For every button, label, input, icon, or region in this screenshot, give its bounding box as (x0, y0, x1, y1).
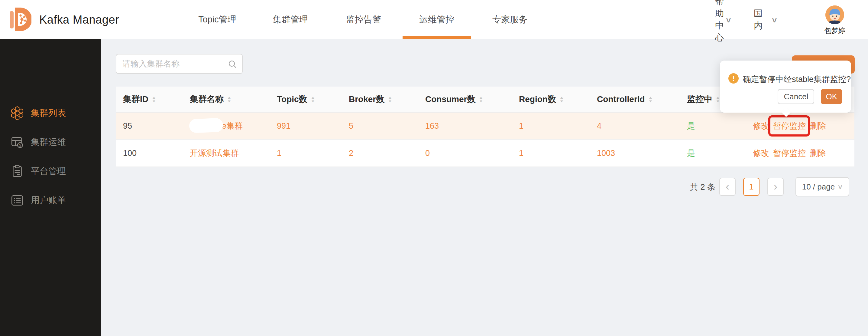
sidebar-item-platform-management[interactable]: 平台管理 (0, 162, 101, 181)
cell-consumers[interactable]: 163 (425, 121, 519, 131)
col-label: Topic数 (277, 93, 307, 105)
cell-regions[interactable]: 1 (519, 121, 597, 131)
search-input[interactable] (116, 55, 242, 73)
nav-ops-control[interactable]: 运维管控 (400, 0, 473, 39)
col-header-brokers[interactable]: Broker数 ▲▼ (349, 93, 425, 105)
sidebar-item-label: 集群列表 (31, 107, 66, 119)
sidebar-item-user-billing[interactable]: 用户账单 (0, 191, 101, 210)
cell-actions: 修改 暂停监控 删除 (753, 120, 855, 131)
cell-monitored: 是 (687, 120, 753, 131)
col-header-controller-id[interactable]: ControllerId ▲▼ (597, 94, 687, 104)
help-center-menu[interactable]: 帮助中心 ∨ (715, 0, 732, 39)
edit-link[interactable]: 修改 (753, 148, 769, 159)
ok-button[interactable]: OK (821, 89, 842, 104)
sort-asc-icon[interactable]: ▲ (388, 96, 392, 99)
redaction-blob (189, 118, 223, 133)
user-menu[interactable]: 包梦婷 (820, 5, 849, 35)
sort-asc-icon[interactable]: ▲ (716, 96, 720, 99)
sort-asc-icon[interactable]: ▲ (559, 96, 564, 99)
sort-desc-icon[interactable]: ▼ (388, 100, 392, 102)
cell-controller-id[interactable]: 1003 (597, 149, 687, 158)
user-name: 包梦婷 (825, 26, 845, 35)
sidebar-item-label: 用户账单 (31, 194, 66, 206)
sort-desc-icon[interactable]: ▼ (152, 100, 156, 102)
table-row: 95 e集群 991 5 163 1 4 是 修改 暂停监控 删除 (116, 113, 855, 140)
col-label: Consumer数 (425, 93, 475, 105)
top-nav: Topic管理 集群管理 监控告警 运维管控 专家服务 (181, 0, 547, 39)
nav-cluster-management[interactable]: 集群管理 (254, 0, 327, 39)
sort-asc-icon[interactable]: ▲ (227, 96, 231, 99)
col-header-cluster-id[interactable]: 集群ID ▲▼ (116, 93, 190, 105)
sort-desc-icon[interactable]: ▼ (559, 100, 564, 102)
sidebar-item-cluster-ops[interactable]: $ 集群运维 (0, 133, 101, 152)
table-row: 100 开源测试集群 1 2 0 1 1003 是 修改 暂停监控 删除 (116, 140, 855, 167)
sort-desc-icon[interactable]: ▼ (716, 100, 720, 102)
pagination-next-button[interactable]: › (767, 178, 784, 196)
pause-monitor-link[interactable]: 暂停监控 (773, 148, 806, 159)
col-label: 集群名称 (190, 93, 224, 105)
cell-actions: 修改 暂停监控 删除 (753, 148, 855, 159)
cell-topics[interactable]: 991 (277, 121, 349, 131)
brand-home-link[interactable]: Kafka Manager (10, 0, 119, 39)
avatar (826, 5, 844, 24)
delete-link[interactable]: 删除 (810, 120, 826, 131)
sidebar: 集群列表 $ 集群运维 平台管理 (0, 39, 101, 336)
cell-consumers[interactable]: 0 (425, 149, 519, 158)
pagination-total: 共 2 条 (690, 178, 715, 196)
cell-monitored: 是 (687, 148, 753, 159)
cluster-search-box (116, 54, 243, 74)
help-center-label: 帮助中心 (715, 0, 724, 44)
table-coin-icon: $ (10, 135, 24, 149)
sidebar-item-cluster-list[interactable]: 集群列表 (0, 104, 101, 122)
cluster-name-link[interactable]: 开源测试集群 (190, 149, 239, 158)
col-header-regions[interactable]: Region数 ▲▼ (519, 93, 597, 105)
cell-brokers[interactable]: 5 (349, 121, 425, 131)
col-label: Broker数 (349, 93, 384, 105)
sort-desc-icon[interactable]: ▼ (479, 100, 484, 102)
sort-desc-icon[interactable]: ▼ (311, 100, 315, 102)
pagination-page-1[interactable]: 1 (743, 178, 760, 196)
col-label: Region数 (519, 93, 556, 105)
honeycomb-cluster-icon (10, 106, 24, 120)
cell-controller-id[interactable]: 4 (597, 121, 687, 131)
sort-desc-icon[interactable]: ▼ (227, 100, 231, 102)
app-title: Kafka Manager (39, 13, 119, 26)
top-bar: Kafka Manager Topic管理 集群管理 监控告警 运维管控 专家服… (0, 0, 868, 39)
cell-topics[interactable]: 1 (277, 149, 349, 158)
pagination-prev-button[interactable]: ‹ (719, 178, 736, 196)
cell-cluster-id: 100 (116, 149, 190, 158)
page-size-select[interactable]: 10 / page ∨ (796, 177, 849, 196)
region-menu[interactable]: 国内 ∨ (754, 0, 777, 39)
popconfirm-buttons: Cancel OK (778, 89, 842, 104)
nav-expert-service[interactable]: 专家服务 (473, 0, 547, 39)
sidebar-item-label: 集群运维 (31, 136, 66, 148)
col-label: 监控中 (687, 93, 712, 105)
sort-desc-icon[interactable]: ▼ (648, 100, 653, 102)
cell-cluster-name[interactable]: e集群 (190, 120, 277, 131)
cell-regions[interactable]: 1 (519, 149, 597, 158)
sort-asc-icon[interactable]: ▲ (648, 96, 653, 99)
sidebar-item-label: 平台管理 (31, 165, 66, 177)
sort-asc-icon[interactable]: ▲ (479, 96, 484, 99)
col-header-cluster-name[interactable]: 集群名称 ▲▼ (190, 93, 277, 105)
delete-link[interactable]: 删除 (810, 148, 826, 159)
warning-icon: ! (728, 73, 739, 84)
chevron-down-icon: ∨ (837, 183, 843, 191)
search-icon[interactable] (227, 59, 237, 69)
edit-link[interactable]: 修改 (753, 120, 769, 131)
sort-asc-icon[interactable]: ▲ (152, 96, 156, 99)
cell-brokers[interactable]: 2 (349, 149, 425, 158)
list-bill-icon (10, 193, 24, 207)
sort-asc-icon[interactable]: ▲ (311, 96, 315, 99)
cell-cluster-name[interactable]: 开源测试集群 (190, 148, 277, 159)
pause-monitor-link[interactable]: 暂停监控 (773, 120, 806, 131)
nav-monitor-alert[interactable]: 监控告警 (327, 0, 400, 39)
col-header-topics[interactable]: Topic数 ▲▼ (277, 93, 349, 105)
cancel-button[interactable]: Cancel (778, 89, 814, 104)
col-header-consumers[interactable]: Consumer数 ▲▼ (425, 93, 519, 105)
kafka-manager-logo-icon (10, 5, 31, 34)
popconfirm-message: 确定暂停中经stable集群监控? (743, 74, 851, 85)
clipboard-icon (10, 164, 24, 178)
nav-topic-management[interactable]: Topic管理 (181, 0, 254, 39)
region-label: 国内 (754, 7, 763, 32)
